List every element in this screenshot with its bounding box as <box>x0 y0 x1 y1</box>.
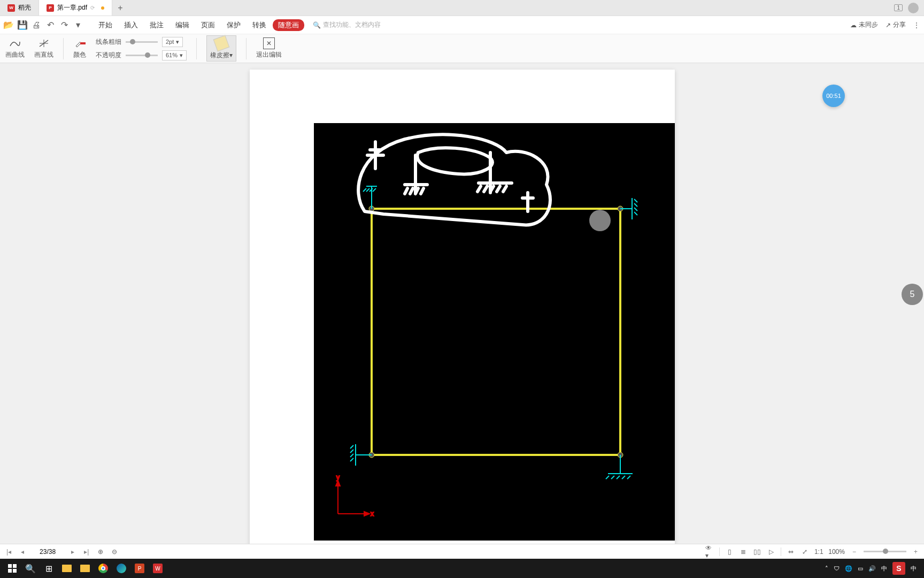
menu-bar: 📂 💾 🖨 ↶ ↷ ▾ 开始 插入 批注 编辑 页面 保护 转换 随意画 🔍 查… <box>0 16 924 34</box>
chrome-icon[interactable] <box>94 560 112 576</box>
battery-icon[interactable]: ▭ <box>858 565 863 572</box>
folder-icon[interactable] <box>76 560 94 576</box>
menu-start[interactable]: 开始 <box>93 20 118 30</box>
redo-icon[interactable]: ↷ <box>60 21 68 29</box>
svg-line-17 <box>350 445 353 448</box>
save-icon[interactable]: 💾 <box>18 21 27 29</box>
tab-document[interactable]: P 第一章.pdf ⟳ <box>39 0 112 16</box>
user-avatar[interactable] <box>908 3 919 13</box>
open-icon[interactable]: 📂 <box>4 21 13 29</box>
start-button[interactable] <box>3 560 21 576</box>
tray-chevron-icon[interactable]: ˄ <box>825 565 828 572</box>
ime-lang-icon[interactable]: 中 <box>881 565 887 573</box>
sogou-ime-icon[interactable]: S <box>892 562 905 575</box>
svg-line-49 <box>503 186 506 192</box>
search-box[interactable]: 🔍 查找功能、文档内容 <box>313 20 381 29</box>
actual-size-icon[interactable]: 1:1 <box>814 547 823 556</box>
recording-timer-badge[interactable]: 00:51 <box>822 85 845 107</box>
eraser-tool[interactable]: 橡皮擦▾ <box>206 35 236 62</box>
svg-line-42 <box>421 188 424 194</box>
stroke-value: 2pt <box>166 39 174 45</box>
cloud-icon: ☁ <box>850 21 857 29</box>
svg-line-27 <box>627 476 630 479</box>
continuous-icon[interactable]: ≣ <box>739 547 748 556</box>
svg-marker-29 <box>336 481 340 486</box>
svg-line-46 <box>484 186 487 192</box>
color-tool[interactable]: 颜色 <box>73 37 86 59</box>
zoom-value: 100% <box>828 548 845 556</box>
page-number-input[interactable] <box>32 548 64 556</box>
svg-line-24 <box>611 476 614 479</box>
divider <box>719 547 720 556</box>
opacity-slider[interactable] <box>126 55 158 56</box>
svg-line-6 <box>366 188 369 192</box>
tab-label: 第一章.pdf <box>57 3 87 12</box>
menu-page[interactable]: 页面 <box>196 20 220 30</box>
next-page-button[interactable]: ▸ <box>69 548 76 556</box>
prev-page-button[interactable]: ◂ <box>19 548 26 556</box>
eye-icon[interactable]: 👁▾ <box>705 547 714 556</box>
zoom-slider[interactable] <box>864 551 906 552</box>
document-viewport[interactable]: y x <box>0 63 924 559</box>
quick-access-toolbar: 📂 💾 🖨 ↶ ↷ ▾ <box>4 21 82 29</box>
share-button[interactable]: ↗ 分享 <box>886 20 906 29</box>
fit-width-icon[interactable]: ⇔ <box>787 547 795 556</box>
fit-page-icon[interactable]: ⤢ <box>800 547 809 556</box>
curve-label: 画曲线 <box>5 50 25 59</box>
svg-line-25 <box>617 476 620 479</box>
play-icon[interactable]: ▷ <box>767 547 775 556</box>
line-tool[interactable]: 画直线 <box>34 37 53 59</box>
svg-line-13 <box>634 208 637 211</box>
coordinate-axes: y x <box>336 474 374 518</box>
svg-line-14 <box>634 212 637 215</box>
exit-edit-button[interactable]: ✕ 退出编辑 <box>256 37 282 59</box>
opacity-combo[interactable]: 61%▾ <box>162 50 187 60</box>
undo-icon[interactable]: ↶ <box>46 21 55 29</box>
svg-line-11 <box>634 199 637 202</box>
floating-tool-badge[interactable]: 5 <box>902 284 923 305</box>
new-tab-button[interactable]: + <box>112 0 128 16</box>
file-explorer-icon[interactable] <box>58 560 76 576</box>
wps-task-icon[interactable]: W <box>149 560 167 576</box>
zoom-in-button[interactable]: + <box>912 548 920 556</box>
two-page-icon[interactable]: ▯▯ <box>753 547 761 556</box>
stroke-width-row: 线条粗细 2pt▾ <box>96 37 187 47</box>
stroke-combo[interactable]: 2pt▾ <box>162 37 183 47</box>
security-icon[interactable]: 🛡 <box>834 565 840 572</box>
menu-protect[interactable]: 保护 <box>221 20 246 30</box>
stroke-slider[interactable] <box>126 41 158 43</box>
powerpoint-icon[interactable]: P <box>130 560 149 576</box>
tab-shell[interactable]: W 稻壳 <box>0 0 39 16</box>
print-icon[interactable]: 🖨 <box>32 21 41 29</box>
window-count-badge[interactable]: 1 <box>894 4 903 11</box>
curve-tool[interactable]: 画曲线 <box>5 37 25 59</box>
menu-draw[interactable]: 随意画 <box>273 19 304 31</box>
single-page-icon[interactable]: ▯ <box>725 547 734 556</box>
menu-edit[interactable]: 编辑 <box>170 20 195 30</box>
zoom-out-button[interactable]: − <box>850 548 858 556</box>
sync-status[interactable]: ☁ 未同步 <box>850 20 878 29</box>
menu-insert[interactable]: 插入 <box>119 20 143 30</box>
eraser-label: 橡皮擦▾ <box>210 51 233 60</box>
dropdown-icon[interactable]: ▾ <box>74 21 82 29</box>
menu-convert[interactable]: 转换 <box>247 20 272 30</box>
first-page-button[interactable]: |◂ <box>4 548 13 556</box>
more-icon[interactable]: ⋮ <box>913 20 920 29</box>
eraser-icon <box>213 35 230 52</box>
app-icon: W <box>7 4 15 12</box>
zoom-in-page-icon[interactable]: ⊕ <box>96 547 105 556</box>
eraser-cursor <box>589 210 611 231</box>
divider <box>781 547 781 556</box>
ime-mode-icon[interactable]: 中 <box>911 565 917 573</box>
menu-annotate[interactable]: 批注 <box>144 20 169 30</box>
svg-rect-53 <box>13 564 17 568</box>
zoom-out-page-icon[interactable]: ⊖ <box>110 547 119 556</box>
search-placeholder: 查找功能、文档内容 <box>323 20 381 29</box>
task-view-icon[interactable]: ⊞ <box>40 560 58 576</box>
last-page-button[interactable]: ▸| <box>82 548 91 556</box>
network-icon[interactable]: 🌐 <box>845 565 852 572</box>
volume-icon[interactable]: 🔊 <box>868 565 876 572</box>
search-task-icon[interactable]: 🔍 <box>21 560 40 576</box>
edge-icon[interactable] <box>112 560 130 576</box>
pdf-page: y x <box>250 70 675 559</box>
